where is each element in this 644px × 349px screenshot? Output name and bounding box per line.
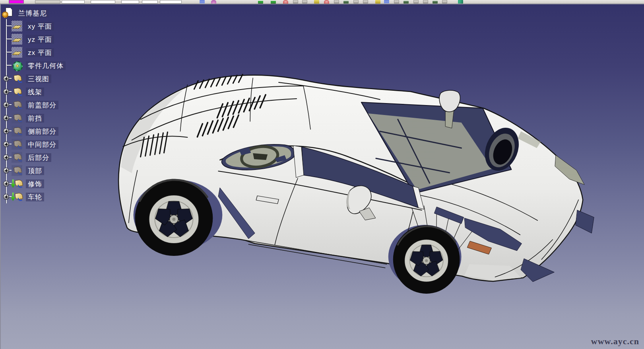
part-icon[interactable] <box>2 8 13 18</box>
tree-node-middle[interactable]: 中间部分 <box>2 138 66 151</box>
geometrical-set-hidden-icon[interactable] <box>12 139 22 150</box>
tree-node-rear[interactable]: 后部分 <box>2 151 66 164</box>
toolbar-icon-fragment[interactable] <box>442 0 447 4</box>
toolbar-icon-fragment[interactable] <box>324 0 329 4</box>
tree-node-label[interactable]: zx 平面 <box>26 48 54 57</box>
gear-shape <box>2 12 8 18</box>
tree-node-label[interactable]: 后部分 <box>26 153 51 162</box>
geometrical-set-arrow-icon[interactable] <box>12 178 22 189</box>
toolbar-icon-fragment[interactable] <box>353 0 359 4</box>
expand-icon[interactable] <box>3 76 9 82</box>
geometrical-set-arrow-icon[interactable] <box>12 191 22 202</box>
combo-field[interactable] <box>160 0 182 4</box>
plane-icon[interactable] <box>12 34 22 45</box>
tree-node-wheels[interactable]: 车轮 <box>2 190 66 203</box>
car-model[interactable] <box>118 74 594 294</box>
geometrical-set-hidden-icon[interactable] <box>12 99 22 110</box>
front-wheel[interactable] <box>393 225 460 294</box>
tree-node-xy-plane[interactable]: xy 平面 <box>2 19 66 33</box>
expand-icon[interactable] <box>3 181 9 187</box>
geometrical-set-hidden-icon[interactable] <box>12 126 22 136</box>
toolbar-icon-fragment[interactable] <box>403 0 409 4</box>
tree-node-label[interactable]: 侧前部分 <box>26 127 58 136</box>
toolbar-icon-fragment[interactable] <box>433 0 438 4</box>
hidden-overlay <box>12 139 22 150</box>
toolbar-icon-fragment[interactable] <box>413 0 419 4</box>
toolbar-icon-fragment[interactable] <box>363 0 368 4</box>
expand-icon[interactable] <box>3 168 9 174</box>
toolbar-icon-fragment[interactable] <box>283 0 288 4</box>
rear-wheel[interactable] <box>135 180 213 256</box>
expand-icon[interactable] <box>3 89 9 95</box>
toolbar-icon-fragment[interactable] <box>302 0 307 4</box>
tree-node-label[interactable]: 兰博基尼 <box>16 9 49 18</box>
tree-node-yz-plane[interactable]: yz 平面 <box>2 33 66 46</box>
watermark: www.ayc.cn <box>591 336 639 347</box>
tree-node-label[interactable]: 车轮 <box>26 193 44 201</box>
toolbar-icon-fragment[interactable] <box>314 0 319 4</box>
toolbar-icon-fragment[interactable] <box>384 0 389 4</box>
tree-node-three-views[interactable]: 三视图 <box>2 72 66 85</box>
hidden-overlay <box>12 113 22 123</box>
tree-node-wireframe[interactable]: 线架 <box>2 85 66 98</box>
geometrical-set-icon[interactable] <box>12 86 22 97</box>
toolbar-icon-fragment[interactable] <box>258 0 263 4</box>
toolbar-icon-fragment[interactable] <box>423 0 428 4</box>
toolbar-icon-fragment[interactable] <box>200 0 205 4</box>
tree-node-label[interactable]: 修饰 <box>26 179 44 188</box>
tree-node-windshield[interactable]: 前挡 <box>2 111 66 125</box>
color-swatch[interactable] <box>9 0 24 4</box>
tree-node-label[interactable]: 零件几何体 <box>26 61 66 70</box>
tree-node-label[interactable]: xy 平面 <box>26 22 54 31</box>
combo-field[interactable] <box>142 0 158 4</box>
tree-node-label[interactable]: 中间部分 <box>26 140 58 149</box>
tree-node-root[interactable]: 兰博基尼 <box>2 6 66 19</box>
geometrical-set-icon[interactable] <box>12 73 22 84</box>
feature-tree: 兰博基尼 xy 平面 yz 平面 zx 平面 零件几何体 三视图 <box>2 6 66 203</box>
toolbar-icon-fragment[interactable] <box>343 0 349 4</box>
tree-node-trim[interactable]: 修饰 <box>2 177 66 190</box>
tree-node-front-cover[interactable]: 前盖部分 <box>2 98 66 111</box>
3d-viewport[interactable]: 兰博基尼 xy 平面 yz 平面 zx 平面 零件几何体 三视图 <box>0 4 644 349</box>
toolbar-icon-fragment[interactable] <box>293 0 298 4</box>
expand-icon[interactable] <box>3 102 9 108</box>
geometrical-set-hidden-icon[interactable] <box>12 165 22 176</box>
tree-node-partbody[interactable]: 零件几何体 <box>2 59 66 72</box>
geometrical-set-hidden-icon[interactable] <box>12 152 22 163</box>
expand-icon[interactable] <box>3 141 9 147</box>
toolbar-icon-fragment[interactable] <box>334 0 339 4</box>
toolbar-icon-fragment[interactable] <box>394 0 399 4</box>
toolbar-icon-fragment[interactable] <box>375 0 380 4</box>
front-bumper-intake-right[interactable] <box>576 210 594 233</box>
view-mode-combo[interactable] <box>35 0 60 4</box>
tree-node-label[interactable]: 前挡 <box>26 114 44 123</box>
plane-icon[interactable] <box>12 21 22 31</box>
part-body-icon[interactable] <box>12 60 22 71</box>
tree-node-label[interactable]: yz 平面 <box>26 35 54 44</box>
expand-icon[interactable] <box>3 154 9 160</box>
car-model-canvas[interactable] <box>1 4 644 349</box>
tree-node-side-front[interactable]: 侧前部分 <box>2 125 66 138</box>
hidden-overlay <box>12 99 22 110</box>
plane-icon[interactable] <box>12 47 22 58</box>
tree-node-label[interactable]: 三视图 <box>26 74 51 83</box>
top-toolbar <box>0 0 644 4</box>
tree-node-label[interactable]: 顶部 <box>26 166 44 175</box>
expand-icon[interactable] <box>3 194 9 200</box>
hidden-overlay <box>12 152 22 163</box>
hidden-overlay <box>12 126 22 136</box>
tree-node-label[interactable]: 前盖部分 <box>26 101 58 109</box>
tree-node-zx-plane[interactable]: zx 平面 <box>2 46 66 59</box>
combo-field[interactable] <box>121 0 139 4</box>
expand-icon[interactable] <box>3 128 9 134</box>
toolbar-icon-fragment[interactable] <box>211 0 216 4</box>
tree-node-label[interactable]: 线架 <box>26 88 44 96</box>
toolbar-icon-fragment[interactable] <box>458 0 463 4</box>
hidden-overlay <box>12 165 22 176</box>
geometrical-set-hidden-icon[interactable] <box>12 113 22 123</box>
toolbar-icon-fragment[interactable] <box>271 0 276 4</box>
tree-node-top[interactable]: 顶部 <box>2 164 66 177</box>
expand-icon[interactable] <box>3 115 9 121</box>
combo-field[interactable] <box>91 0 115 4</box>
combo-field[interactable] <box>62 0 85 4</box>
